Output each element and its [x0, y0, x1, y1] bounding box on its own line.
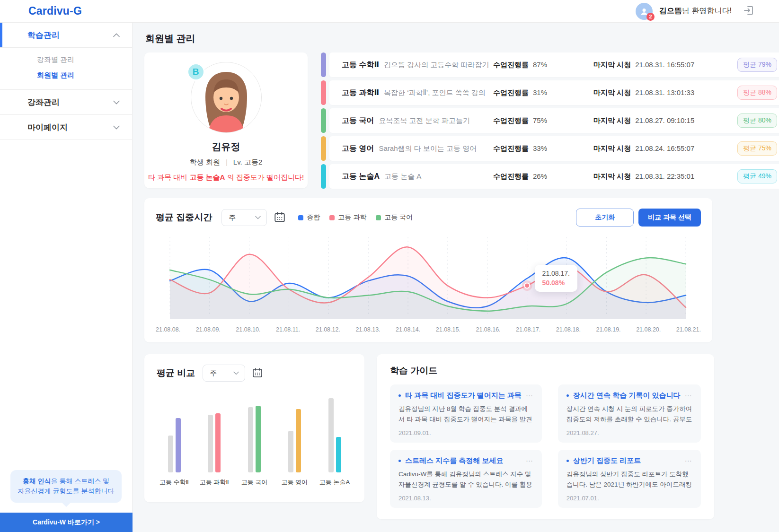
sidebar-item-lecture-management[interactable]: 강좌관리: [0, 90, 132, 115]
chevron-up-icon: [113, 33, 120, 37]
logout-button[interactable]: [743, 5, 754, 17]
chart-legend: 종합 고등 과학 고등 국어: [298, 213, 413, 222]
course-row: 고등 과학Ⅱ복잡한 ‘과학Ⅱ’, 포인트 쏙쏙 강의 수업진행률31% 마지막 …: [321, 80, 779, 105]
guide-date: 2021.07.01.: [567, 495, 692, 502]
period-select[interactable]: 주: [221, 209, 267, 226]
page-title: 회원별 관리: [145, 32, 712, 45]
bar: [168, 436, 173, 472]
calendar-button[interactable]: [252, 367, 263, 380]
guide-item[interactable]: 스트레스 지수를 측정해 보세요⋯ Cadivu-W를 통해 김유정님의 스트레…: [390, 450, 542, 508]
more-menu-icon[interactable]: ⋯: [685, 392, 692, 400]
focus-alert-text: 타 과목 대비 고등 논술A 의 집중도가 떨어집니다!: [144, 173, 308, 182]
logout-icon: [743, 5, 754, 17]
grade-badge: B: [187, 63, 205, 81]
sidebar-item-member-management[interactable]: 회원별 관리: [37, 71, 132, 80]
compare-bar-chart: 고등 수학Ⅱ 고등 과학Ⅱ 고등 국어 고등 영어 고등 논술A: [157, 391, 352, 487]
guide-date: 2021.09.01.: [398, 429, 533, 436]
line-chart-svg: [156, 235, 700, 323]
more-menu-icon[interactable]: ⋯: [526, 457, 533, 465]
average-badge: 평균 88%: [737, 86, 777, 100]
bar: [328, 398, 334, 472]
calendar-icon: [252, 367, 263, 380]
average-badge: 평균 49%: [737, 169, 777, 183]
compare-chart-title: 평균 비교: [157, 367, 195, 379]
focus-line-chart[interactable]: 21.08.17. 50.08%: [156, 235, 701, 323]
chevron-down-icon: [113, 100, 120, 105]
period-select[interactable]: 주: [203, 365, 245, 382]
course-row: 고등 국어요목조목 고전 문학 파고들기 수업진행률75% 마지막 시청21.0…: [321, 108, 779, 133]
compare-subject-select-button[interactable]: 비교 과목 선택: [638, 209, 701, 227]
user-avatar[interactable]: 2: [636, 3, 653, 20]
bar: [296, 409, 301, 472]
brand-logo[interactable]: Cardivu-G: [28, 5, 82, 17]
average-badge: 평균 80%: [737, 113, 777, 128]
bar: [336, 437, 341, 472]
more-menu-icon[interactable]: ⋯: [526, 392, 533, 400]
bar: [208, 415, 213, 472]
profile-card: B 김유정 학생 회원|Lv. 고등2 타 과목 대비 고등 논술A 의 집중도…: [144, 52, 308, 188]
reset-button[interactable]: 초기화: [576, 209, 634, 227]
bar-group: 고등 과학Ⅱ: [199, 391, 230, 487]
course-card-english[interactable]: 고등 영어Sarah쌤의 다 보이는 고등 영어 수업진행률33% 마지막 시청…: [329, 136, 779, 161]
course-card-essay[interactable]: 고등 논술A고등 논술 A 수업진행률26% 마지막 시청21.08.31. 2…: [329, 164, 779, 189]
bar-group: 고등 논술A: [319, 391, 350, 487]
calendar-button[interactable]: [274, 211, 286, 225]
course-accent-bar: [321, 108, 326, 133]
bar-group: 고등 영어: [279, 391, 310, 487]
course-card-science2[interactable]: 고등 과학Ⅱ복잡한 ‘과학Ⅱ’, 포인트 쏙쏙 강의 수업진행률31% 마지막 …: [329, 80, 779, 105]
focus-chart-title: 평균 집중시간: [156, 211, 212, 224]
guide-item[interactable]: 장시간 연속 학습 기록이 있습니다⋯ 장시간 연속 시청 시 눈의 피로도가 …: [558, 384, 701, 443]
chevron-down-icon: [113, 125, 120, 130]
sidebar: 학습관리 강좌별 관리 회원별 관리 강좌관리 마이페이지 홍채 인식을 통해 …: [0, 23, 133, 532]
legend-item-science[interactable]: 고등 과학: [329, 213, 366, 222]
legend-swatch: [376, 215, 381, 220]
bar: [256, 406, 261, 472]
cardivu-w-tooltip: 홍채 인식을 통해 스트레스 및 자율신경계 균형도를 분석합니다: [10, 470, 122, 503]
average-compare-card: 평균 비교 주 고등 수학Ⅱ 고등 과학Ⅱ: [144, 354, 364, 502]
bottom-section: 평균 비교 주 고등 수학Ⅱ 고등 과학Ⅱ: [144, 354, 712, 519]
course-row: 고등 논술A고등 논술 A 수업진행률26% 마지막 시청21.08.31. 2…: [321, 164, 779, 189]
welcome-text: 김으뜸님 환영합니다!: [659, 6, 732, 16]
chart-tooltip: 21.08.17. 50.08%: [535, 265, 577, 292]
main-content: 회원별 관리 B 김유정: [133, 23, 779, 532]
course-list: 고등 수학Ⅱ김으뜸 강사의 고등수학 따라잡기 수업진행률87% 마지막 시청2…: [321, 52, 779, 189]
course-card-korean[interactable]: 고등 국어요목조목 고전 문학 파고들기 수업진행률75% 마지막 시청21.0…: [329, 108, 779, 133]
legend-item-total[interactable]: 종합: [298, 213, 320, 222]
guide-item[interactable]: 상반기 집중도 리포트⋯ 김유정님의 상반기 집중도 리포트가 도착했습니다. …: [558, 450, 701, 508]
course-accent-bar: [321, 52, 326, 77]
top-header: Cardivu-G 2 김으뜸님 환영합니다!: [0, 0, 779, 23]
notification-badge: 2: [646, 13, 655, 21]
legend-swatch: [298, 215, 303, 220]
guide-date: 2021.08.13.: [398, 495, 533, 502]
bullet-dot: [567, 394, 569, 397]
cardivu-w-link-button[interactable]: Cardivu-W 바로가기 >: [0, 513, 133, 532]
legend-swatch: [329, 215, 335, 220]
chevron-down-icon: [255, 216, 261, 219]
course-accent-bar: [321, 164, 326, 189]
course-card-math2[interactable]: 고등 수학Ⅱ김으뜸 강사의 고등수학 따라잡기 수업진행률87% 마지막 시청2…: [329, 52, 779, 77]
average-badge: 평균 79%: [737, 58, 777, 72]
sidebar-submenu: 강좌별 관리 회원별 관리: [0, 48, 132, 90]
bar: [248, 407, 253, 472]
member-name: 김유정: [144, 140, 308, 153]
legend-item-korean[interactable]: 고등 국어: [376, 213, 413, 222]
average-badge: 평균 75%: [737, 141, 777, 156]
bar-group: 고등 수학Ⅱ: [159, 391, 190, 487]
chevron-down-icon: [233, 371, 239, 375]
sidebar-item-learning-management[interactable]: 학습관리: [0, 23, 132, 48]
x-axis-labels: 21.08.08.21.08.09.21.08.10.21.08.11.21.0…: [156, 326, 701, 337]
guide-title: 학습 가이드: [390, 365, 701, 377]
bar: [176, 418, 181, 472]
sidebar-item-mypage[interactable]: 마이페이지: [0, 115, 132, 140]
learning-guide-card: 학습 가이드 타 과목 대비 집중도가 떨어지는 과목⋯ 김유정님의 지난 8월…: [377, 354, 714, 519]
more-menu-icon[interactable]: ⋯: [685, 457, 692, 465]
member-overview-section: B 김유정 학생 회원|Lv. 고등2 타 과목 대비 고등 논술A 의 집중도…: [144, 52, 712, 189]
member-meta: 학생 회원|Lv. 고등2: [144, 158, 308, 167]
guide-item[interactable]: 타 과목 대비 집중도가 떨어지는 과목⋯ 김유정님의 지난 8월 학습 집중도…: [390, 384, 542, 443]
sidebar-item-course-management-by-lecture[interactable]: 강좌별 관리: [37, 55, 132, 64]
calendar-icon: [274, 211, 286, 225]
focus-time-chart-card: 평균 집중시간 주 종합 고등 과학 고등 국어 초기화 비교 과목 선택: [144, 198, 712, 342]
bullet-dot: [567, 460, 569, 462]
course-accent-bar: [321, 136, 326, 161]
course-accent-bar: [321, 80, 326, 105]
